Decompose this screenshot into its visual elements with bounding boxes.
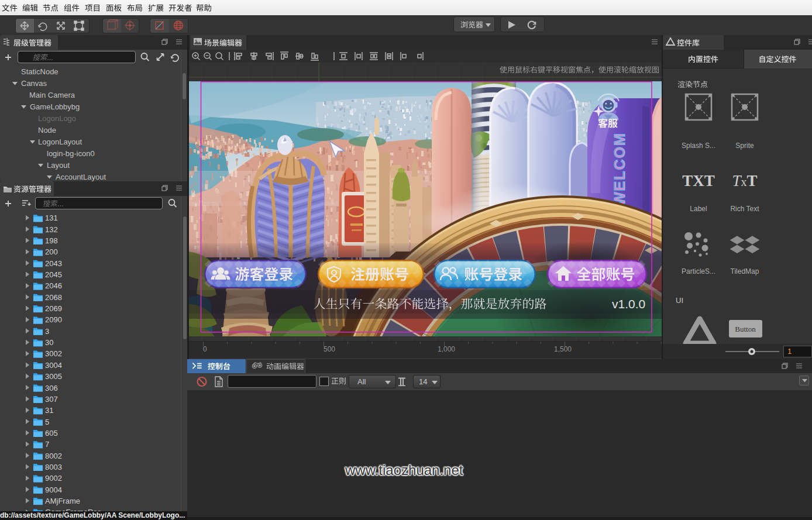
svg-text:UI: UI xyxy=(676,296,683,305)
svg-text:Rich Text: Rich Text xyxy=(730,205,759,213)
svg-text:TxT: TxT xyxy=(732,172,757,190)
svg-text:Button: Button xyxy=(735,325,756,333)
svg-text:Splash S...: Splash S... xyxy=(682,142,715,150)
svg-text:ParticleS...: ParticleS... xyxy=(682,267,715,276)
svg-text:TXT: TXT xyxy=(682,172,715,190)
svg-text:Sprite: Sprite xyxy=(735,142,754,150)
svg-text:Label: Label xyxy=(690,205,707,213)
svg-text:TiledMap: TiledMap xyxy=(731,267,759,276)
